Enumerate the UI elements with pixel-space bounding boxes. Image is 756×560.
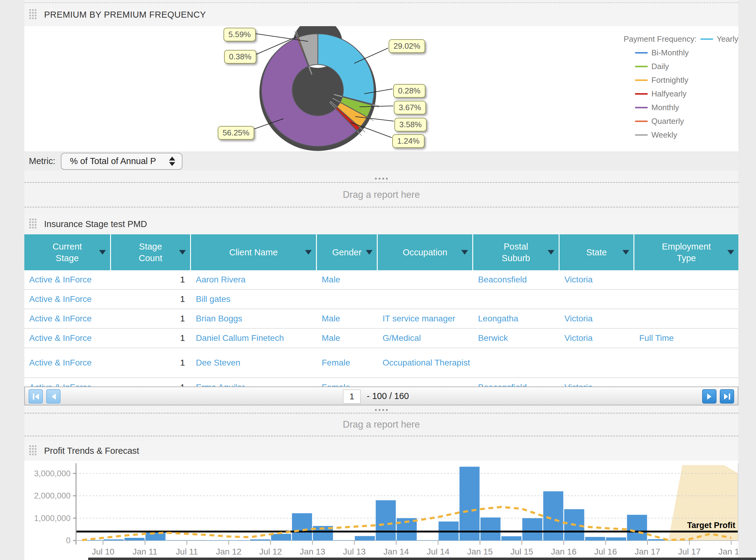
drag-handle-icon[interactable]	[29, 219, 37, 229]
metric-select-value: % of Total of Annual P	[70, 156, 156, 166]
legend-swatch	[635, 121, 648, 122]
dropzone-grip-icon[interactable]	[375, 178, 388, 180]
cell-link[interactable]: Berwick	[478, 333, 508, 343]
cell-link[interactable]: Beaconsfield	[478, 275, 527, 284]
column-header-state[interactable]: State	[560, 234, 634, 270]
table-cell: Male	[317, 309, 378, 328]
bottom-edge-bar	[88, 558, 756, 560]
cell-link[interactable]: Active & InForce	[29, 383, 91, 386]
profit-bar-2015-10[interactable]	[543, 491, 563, 541]
cell-link[interactable]: Male	[322, 314, 340, 323]
table-cell	[473, 348, 560, 377]
profit-bar-2012-01[interactable]	[229, 540, 249, 541]
cell-link[interactable]: Victoria	[564, 314, 593, 323]
sort-arrow-icon[interactable]	[99, 250, 106, 255]
table-cell: 1	[111, 348, 191, 377]
cell-link[interactable]: Male	[322, 275, 340, 284]
cell-link[interactable]: Beaconsfield	[478, 383, 527, 386]
cell-link[interactable]: G/Medical	[382, 333, 421, 343]
profit-bar-2015-04[interactable]	[502, 536, 522, 541]
column-header-stage-count[interactable]: Stage Count	[111, 234, 191, 270]
drag-handle-icon[interactable]	[29, 445, 37, 456]
cell-link[interactable]: Victoria	[564, 275, 593, 284]
sort-arrow-icon[interactable]	[623, 250, 629, 255]
cell-link[interactable]: IT service manager	[382, 314, 455, 323]
sort-arrow-icon[interactable]	[366, 250, 373, 255]
sort-arrow-icon[interactable]	[548, 250, 554, 255]
profit-bar-2013-07[interactable]	[355, 536, 375, 541]
cell-link[interactable]: Erma Aguilar	[196, 383, 245, 386]
legend-label: Monthly	[651, 103, 679, 112]
cell-link[interactable]: Leongatha	[478, 314, 518, 323]
sort-arrow-icon[interactable]	[728, 250, 734, 255]
table-cell	[378, 378, 473, 386]
column-header-occupation[interactable]: Occupation	[378, 234, 473, 270]
profit-bar-2012-10[interactable]	[292, 513, 312, 541]
profit-trends-chart[interactable]: 01,000,0002,000,0003,000,000Target Profi…	[24, 461, 738, 560]
cell-link[interactable]: Daniel Callum Finetech	[196, 333, 284, 343]
column-header-client-name[interactable]: Client Name	[191, 234, 317, 270]
x-axis-label: Jul 12	[259, 547, 282, 556]
cell-link[interactable]: Female	[322, 358, 350, 368]
cell-link[interactable]: Victoria	[564, 333, 593, 343]
cell-link[interactable]: Brian Boggs	[196, 314, 243, 323]
profit-bar-2010-07[interactable]	[104, 539, 124, 541]
profit-bar-2015-01[interactable]	[481, 517, 501, 541]
cell-link[interactable]: Bill gates	[196, 294, 231, 304]
profit-bar-2016-07[interactable]	[606, 538, 626, 541]
next-page-button[interactable]	[702, 389, 716, 404]
dropzone-2[interactable]: Drag a report here	[24, 413, 738, 436]
cell-link[interactable]: Aaron Rivera	[196, 275, 246, 284]
profit-bar-2014-10[interactable]	[460, 466, 480, 541]
page-number-input[interactable]	[343, 389, 361, 404]
first-page-button[interactable]	[28, 389, 43, 404]
cell-link[interactable]: Active & InForce	[29, 358, 91, 368]
column-header-current-stage[interactable]: Current Stage	[24, 234, 111, 270]
profit-bar-2016-10[interactable]	[627, 515, 647, 541]
cell-link[interactable]: Victoria	[564, 383, 593, 386]
payment-frequency-legend: Payment Frequency: Yearly Bi-MonthlyDail…	[611, 32, 738, 142]
table-cell: Beaconsfield	[473, 270, 560, 289]
profit-bar-2012-07[interactable]	[271, 534, 291, 541]
dropzone-1[interactable]: Drag a report here	[24, 182, 738, 207]
profit-bar-2011-10[interactable]	[208, 540, 228, 541]
profit-bar-2011-04[interactable]	[166, 540, 186, 541]
sort-arrow-icon[interactable]	[179, 250, 186, 255]
profit-bar-2011-07[interactable]	[187, 540, 207, 541]
column-header-gender[interactable]: Gender	[317, 234, 378, 270]
last-page-button[interactable]	[720, 389, 734, 404]
profit-bar-2013-04[interactable]	[334, 540, 354, 541]
x-axis-label: Jul 13	[343, 547, 366, 556]
sort-arrow-icon[interactable]	[305, 250, 312, 255]
cell-value: 1	[180, 275, 185, 284]
cell-link[interactable]: Active & InForce	[29, 333, 91, 343]
profit-bar-2013-10[interactable]	[376, 500, 396, 541]
column-header-employment-type[interactable]: Employment Type	[634, 234, 738, 270]
table-cell: Daniel Callum Finetech	[191, 329, 317, 347]
cell-link[interactable]: Full Time	[639, 333, 674, 343]
dropzone-grip-icon[interactable]	[375, 409, 388, 411]
sort-arrow-icon[interactable]	[461, 250, 468, 255]
cell-link[interactable]: Female	[322, 383, 350, 386]
legend-swatch	[635, 93, 648, 95]
donut-label-bi-monthly: 0.28%	[393, 84, 425, 98]
prev-page-button[interactable]	[46, 389, 61, 404]
cell-link[interactable]: Active & InForce	[29, 314, 91, 323]
cell-link[interactable]: Occupational Therapist	[382, 358, 470, 368]
legend-label: Daily	[651, 62, 669, 71]
cell-link[interactable]: Active & InForce	[29, 294, 91, 304]
cell-link[interactable]: Active & InForce	[29, 275, 91, 284]
table-cell	[634, 309, 738, 328]
cell-link[interactable]: Male	[322, 333, 340, 343]
profit-bar-2014-04[interactable]	[418, 540, 438, 541]
profit-bar-2016-04[interactable]	[585, 537, 605, 541]
profit-bar-2012-04[interactable]	[250, 539, 270, 541]
profit-bar-2015-07[interactable]	[522, 518, 543, 541]
profit-bar-2010-10[interactable]	[124, 538, 144, 541]
table-cell: Victoria	[560, 378, 634, 386]
cell-link[interactable]: Dee Steven	[196, 358, 240, 368]
metric-select[interactable]: % of Total of Annual P	[61, 153, 183, 170]
drag-handle-icon[interactable]	[29, 9, 37, 20]
column-header-postal-suburb[interactable]: Postal Suburb	[473, 234, 560, 270]
table-cell: G/Medical	[378, 329, 473, 347]
